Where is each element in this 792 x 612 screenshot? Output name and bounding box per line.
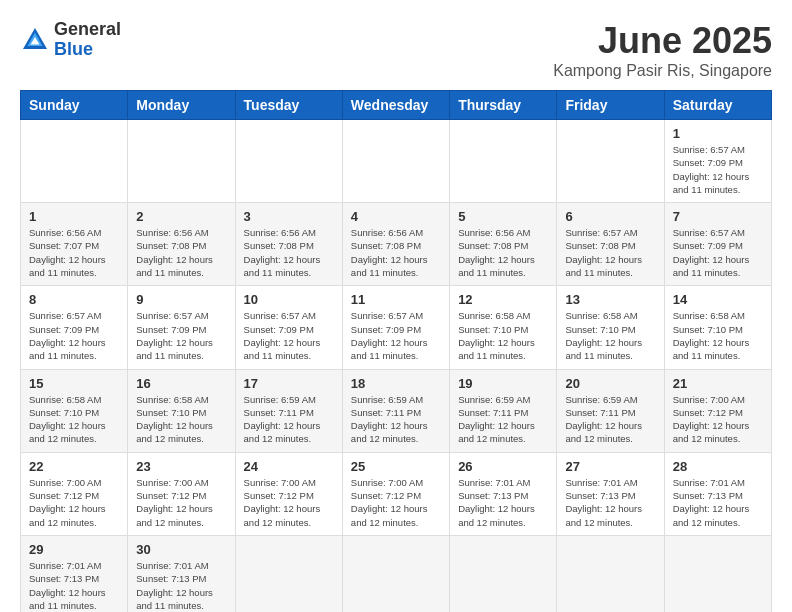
calendar-cell: 2Sunrise: 6:56 AMSunset: 7:08 PMDaylight…	[128, 203, 235, 286]
month-title: June 2025	[553, 20, 772, 62]
day-number: 15	[29, 376, 119, 391]
day-info: Sunrise: 7:00 AMSunset: 7:12 PMDaylight:…	[136, 476, 226, 529]
weekday-header-row: SundayMondayTuesdayWednesdayThursdayFrid…	[21, 91, 772, 120]
logo-text: General Blue	[54, 20, 121, 60]
day-info: Sunrise: 6:57 AMSunset: 7:08 PMDaylight:…	[565, 226, 655, 279]
calendar-cell: 1Sunrise: 6:56 AMSunset: 7:07 PMDaylight…	[21, 203, 128, 286]
day-info: Sunrise: 6:57 AMSunset: 7:09 PMDaylight:…	[673, 226, 763, 279]
calendar-cell: 23Sunrise: 7:00 AMSunset: 7:12 PMDayligh…	[128, 452, 235, 535]
calendar-cell: 21Sunrise: 7:00 AMSunset: 7:12 PMDayligh…	[664, 369, 771, 452]
day-number: 24	[244, 459, 334, 474]
day-number: 6	[565, 209, 655, 224]
calendar-cell: 27Sunrise: 7:01 AMSunset: 7:13 PMDayligh…	[557, 452, 664, 535]
day-number: 2	[136, 209, 226, 224]
day-info: Sunrise: 6:57 AMSunset: 7:09 PMDaylight:…	[351, 309, 441, 362]
calendar-cell: 24Sunrise: 7:00 AMSunset: 7:12 PMDayligh…	[235, 452, 342, 535]
day-info: Sunrise: 6:59 AMSunset: 7:11 PMDaylight:…	[244, 393, 334, 446]
day-number: 26	[458, 459, 548, 474]
calendar-cell: 25Sunrise: 7:00 AMSunset: 7:12 PMDayligh…	[342, 452, 449, 535]
calendar-cell: 16Sunrise: 6:58 AMSunset: 7:10 PMDayligh…	[128, 369, 235, 452]
day-info: Sunrise: 6:56 AMSunset: 7:08 PMDaylight:…	[136, 226, 226, 279]
day-info: Sunrise: 7:01 AMSunset: 7:13 PMDaylight:…	[136, 559, 226, 612]
day-number: 18	[351, 376, 441, 391]
day-info: Sunrise: 6:58 AMSunset: 7:10 PMDaylight:…	[565, 309, 655, 362]
calendar-cell: 29Sunrise: 7:01 AMSunset: 7:13 PMDayligh…	[21, 535, 128, 612]
calendar-cell	[342, 120, 449, 203]
weekday-header-wednesday: Wednesday	[342, 91, 449, 120]
logo: General Blue	[20, 20, 121, 60]
calendar-cell: 5Sunrise: 6:56 AMSunset: 7:08 PMDaylight…	[450, 203, 557, 286]
day-info: Sunrise: 7:00 AMSunset: 7:12 PMDaylight:…	[673, 393, 763, 446]
calendar-cell	[664, 535, 771, 612]
day-info: Sunrise: 7:00 AMSunset: 7:12 PMDaylight:…	[244, 476, 334, 529]
calendar-cell: 3Sunrise: 6:56 AMSunset: 7:08 PMDaylight…	[235, 203, 342, 286]
weekday-header-tuesday: Tuesday	[235, 91, 342, 120]
day-info: Sunrise: 7:01 AMSunset: 7:13 PMDaylight:…	[458, 476, 548, 529]
day-number: 29	[29, 542, 119, 557]
day-number: 25	[351, 459, 441, 474]
day-info: Sunrise: 6:58 AMSunset: 7:10 PMDaylight:…	[136, 393, 226, 446]
day-number: 4	[351, 209, 441, 224]
day-info: Sunrise: 6:56 AMSunset: 7:08 PMDaylight:…	[351, 226, 441, 279]
calendar-cell	[235, 535, 342, 612]
calendar-table: SundayMondayTuesdayWednesdayThursdayFrid…	[20, 90, 772, 612]
day-number: 19	[458, 376, 548, 391]
day-info: Sunrise: 6:56 AMSunset: 7:08 PMDaylight:…	[458, 226, 548, 279]
day-info: Sunrise: 6:57 AMSunset: 7:09 PMDaylight:…	[29, 309, 119, 362]
calendar-cell: 13Sunrise: 6:58 AMSunset: 7:10 PMDayligh…	[557, 286, 664, 369]
calendar-cell	[235, 120, 342, 203]
day-info: Sunrise: 6:59 AMSunset: 7:11 PMDaylight:…	[458, 393, 548, 446]
day-number: 30	[136, 542, 226, 557]
calendar-cell: 6Sunrise: 6:57 AMSunset: 7:08 PMDaylight…	[557, 203, 664, 286]
calendar-cell: 14Sunrise: 6:58 AMSunset: 7:10 PMDayligh…	[664, 286, 771, 369]
day-number: 1	[673, 126, 763, 141]
page-header: General Blue June 2025 Kampong Pasir Ris…	[20, 20, 772, 80]
calendar-cell	[21, 120, 128, 203]
calendar-cell: 12Sunrise: 6:58 AMSunset: 7:10 PMDayligh…	[450, 286, 557, 369]
calendar-cell: 18Sunrise: 6:59 AMSunset: 7:11 PMDayligh…	[342, 369, 449, 452]
calendar-cell	[128, 120, 235, 203]
day-number: 11	[351, 292, 441, 307]
location: Kampong Pasir Ris, Singapore	[553, 62, 772, 80]
day-info: Sunrise: 7:01 AMSunset: 7:13 PMDaylight:…	[673, 476, 763, 529]
day-info: Sunrise: 6:58 AMSunset: 7:10 PMDaylight:…	[29, 393, 119, 446]
calendar-cell: 19Sunrise: 6:59 AMSunset: 7:11 PMDayligh…	[450, 369, 557, 452]
calendar-cell: 10Sunrise: 6:57 AMSunset: 7:09 PMDayligh…	[235, 286, 342, 369]
week-row-6: 29Sunrise: 7:01 AMSunset: 7:13 PMDayligh…	[21, 535, 772, 612]
calendar-cell	[557, 535, 664, 612]
week-row-2: 1Sunrise: 6:56 AMSunset: 7:07 PMDaylight…	[21, 203, 772, 286]
logo-icon	[20, 25, 50, 55]
day-info: Sunrise: 6:58 AMSunset: 7:10 PMDaylight:…	[458, 309, 548, 362]
day-number: 21	[673, 376, 763, 391]
week-row-3: 8Sunrise: 6:57 AMSunset: 7:09 PMDaylight…	[21, 286, 772, 369]
calendar-cell: 9Sunrise: 6:57 AMSunset: 7:09 PMDaylight…	[128, 286, 235, 369]
week-row-1: 1Sunrise: 6:57 AMSunset: 7:09 PMDaylight…	[21, 120, 772, 203]
day-number: 7	[673, 209, 763, 224]
day-number: 23	[136, 459, 226, 474]
day-number: 13	[565, 292, 655, 307]
day-info: Sunrise: 6:58 AMSunset: 7:10 PMDaylight:…	[673, 309, 763, 362]
weekday-header-sunday: Sunday	[21, 91, 128, 120]
calendar-cell	[450, 120, 557, 203]
day-number: 12	[458, 292, 548, 307]
day-info: Sunrise: 6:56 AMSunset: 7:07 PMDaylight:…	[29, 226, 119, 279]
day-number: 28	[673, 459, 763, 474]
weekday-header-monday: Monday	[128, 91, 235, 120]
weekday-header-saturday: Saturday	[664, 91, 771, 120]
calendar-cell: 17Sunrise: 6:59 AMSunset: 7:11 PMDayligh…	[235, 369, 342, 452]
calendar-cell: 15Sunrise: 6:58 AMSunset: 7:10 PMDayligh…	[21, 369, 128, 452]
week-row-4: 15Sunrise: 6:58 AMSunset: 7:10 PMDayligh…	[21, 369, 772, 452]
day-number: 17	[244, 376, 334, 391]
logo-blue: Blue	[54, 40, 121, 60]
week-row-5: 22Sunrise: 7:00 AMSunset: 7:12 PMDayligh…	[21, 452, 772, 535]
weekday-header-friday: Friday	[557, 91, 664, 120]
calendar-cell: 4Sunrise: 6:56 AMSunset: 7:08 PMDaylight…	[342, 203, 449, 286]
day-number: 27	[565, 459, 655, 474]
day-number: 16	[136, 376, 226, 391]
day-info: Sunrise: 6:59 AMSunset: 7:11 PMDaylight:…	[351, 393, 441, 446]
calendar-cell	[450, 535, 557, 612]
day-number: 14	[673, 292, 763, 307]
day-info: Sunrise: 7:00 AMSunset: 7:12 PMDaylight:…	[29, 476, 119, 529]
calendar-cell: 7Sunrise: 6:57 AMSunset: 7:09 PMDaylight…	[664, 203, 771, 286]
day-info: Sunrise: 6:57 AMSunset: 7:09 PMDaylight:…	[136, 309, 226, 362]
